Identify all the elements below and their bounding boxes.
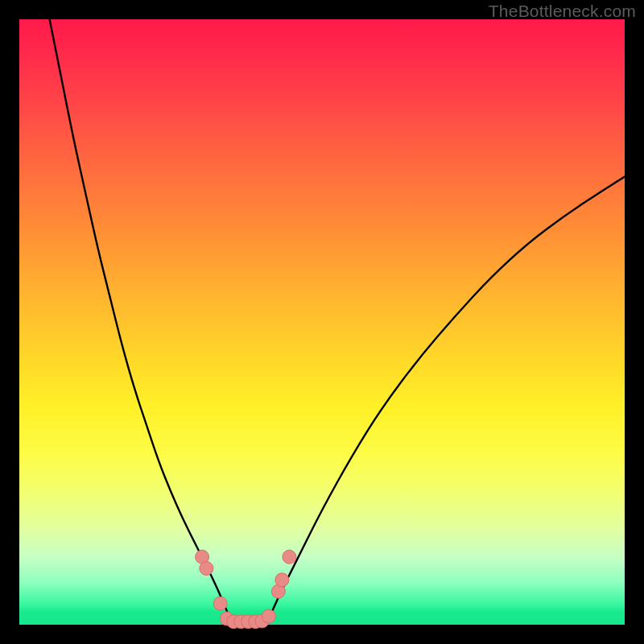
data-marker (275, 573, 289, 587)
curve-layer (50, 19, 625, 621)
chart-svg (19, 19, 625, 625)
data-marker (213, 597, 227, 610)
watermark-text: TheBottleneck.com (489, 2, 636, 21)
data-marker (262, 609, 275, 623)
curve-left-branch (50, 19, 232, 621)
marker-layer (196, 550, 296, 628)
data-marker (283, 550, 296, 564)
outer-frame: TheBottleneck.com (0, 0, 644, 644)
curve-right-branch (267, 177, 625, 622)
data-marker (200, 562, 213, 576)
